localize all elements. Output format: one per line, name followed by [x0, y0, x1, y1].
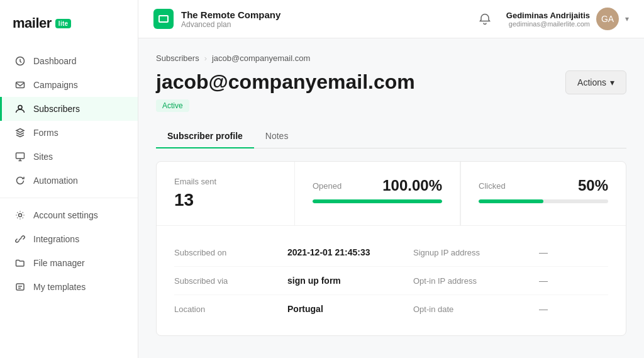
opened-value: 100.00% [382, 177, 442, 194]
logo-area: mailer lite [0, 0, 138, 44]
company-details: The Remote Company Advanced plan [181, 9, 280, 29]
user-info: Gediminas Andrijaitis gediminas@mailerli… [506, 11, 590, 28]
company-plan: Advanced plan [181, 20, 280, 29]
monitor-icon [14, 151, 26, 162]
layers-icon [14, 127, 26, 138]
actions-button[interactable]: Actions ▾ [565, 70, 626, 94]
breadcrumb-current: jacob@companyemail.com [212, 53, 310, 63]
company-icon [153, 9, 174, 29]
sidebar-item-subscribers[interactable]: Subscribers [0, 97, 138, 121]
logo[interactable]: mailer lite [13, 15, 125, 31]
sidebar-item-campaigns[interactable]: Campaigns [0, 73, 138, 97]
emails-sent-box: Emails sent 13 [157, 162, 295, 225]
opened-progress-fill [313, 199, 442, 203]
detail-rows: Subscribed on 2021-12-01 21:45:33 Signup… [157, 226, 626, 335]
page-header: jacob@companyemail.com Actions ▾ [156, 70, 626, 94]
sidebar-item-campaigns-label: Campaigns [33, 80, 78, 90]
user-icon [14, 103, 26, 115]
folder-icon [14, 257, 26, 269]
svg-rect-3 [16, 153, 25, 159]
opened-label: Opened [313, 181, 341, 191]
clicked-box: Clicked 50% [460, 162, 626, 225]
actions-label: Actions [577, 77, 606, 87]
page-title: jacob@companyemail.com [156, 70, 415, 94]
actions-chevron-icon: ▾ [610, 77, 614, 87]
gear-icon [14, 210, 26, 221]
sidebar-item-file-manager[interactable]: File manager [0, 251, 138, 275]
sidebar: mailer lite Dashboard Campaigns [0, 0, 138, 358]
chevron-down-icon: ▾ [625, 14, 629, 23]
sidebar-item-my-templates[interactable]: My templates [0, 275, 138, 299]
user-area[interactable]: Gediminas Andrijaitis gediminas@mailerli… [506, 8, 629, 30]
subscribed-on-label: Subscribed on [174, 248, 287, 257]
sidebar-item-forms[interactable]: Forms [0, 121, 138, 145]
optin-ip-value: — [539, 276, 548, 286]
profile-card: Emails sent 13 Opened 100.00% [156, 161, 626, 336]
topbar-right: Gediminas Andrijaitis gediminas@mailerli… [474, 8, 629, 30]
clicked-progress-bg [479, 199, 608, 203]
subscribed-via-value: sign up form [287, 276, 413, 286]
sidebar-item-my-templates-label: My templates [33, 282, 86, 292]
sidebar-item-automation-label: Automation [33, 176, 78, 186]
location-label: Location [174, 305, 287, 314]
sidebar-item-integrations[interactable]: Integrations [0, 227, 138, 251]
signup-ip-label: Signup IP address [413, 248, 539, 257]
nav-items: Dashboard Campaigns Subscribers [0, 44, 138, 358]
clock-icon [14, 55, 26, 67]
tabs: Subscriber profile Notes [156, 125, 626, 148]
opened-progress-bg [313, 199, 442, 203]
sidebar-item-account-settings[interactable]: Account settings [0, 203, 138, 227]
company-info: The Remote Company Advanced plan [153, 9, 280, 29]
sidebar-item-sites[interactable]: Sites [0, 145, 138, 169]
detail-row-subscribed-via: Subscribed via sign up form Opt-in IP ad… [174, 267, 608, 295]
opened-box: Opened 100.00% [295, 162, 460, 225]
sidebar-item-integrations-label: Integrations [33, 234, 79, 244]
sidebar-item-sites-label: Sites [33, 152, 53, 162]
content-area: Subscribers › jacob@companyemail.com jac… [138, 38, 644, 358]
sidebar-item-automation[interactable]: Automation [0, 169, 138, 193]
sidebar-item-dashboard[interactable]: Dashboard [0, 49, 138, 73]
stats-row: Emails sent 13 Opened 100.00% [157, 162, 626, 226]
optin-ip-label: Opt-in IP address [413, 276, 539, 286]
notifications-bell[interactable] [474, 8, 496, 30]
tab-subscriber-profile[interactable]: Subscriber profile [156, 125, 254, 148]
tab-notes[interactable]: Notes [254, 125, 300, 148]
main-area: The Remote Company Advanced plan Gedimin… [138, 0, 644, 358]
optin-date-value: — [539, 304, 548, 314]
company-icon-inner [158, 15, 169, 23]
svg-rect-1 [16, 82, 25, 88]
mail-icon [14, 79, 26, 91]
svg-point-2 [18, 106, 22, 109]
subscribed-on-value: 2021-12-01 21:45:33 [287, 247, 413, 257]
emails-sent-value: 13 [174, 190, 277, 210]
avatar: GA [596, 8, 619, 30]
subscribed-via-label: Subscribed via [174, 276, 287, 286]
nav-separator [0, 198, 138, 198]
sidebar-item-file-manager-label: File manager [33, 258, 85, 268]
user-email: gediminas@mailerlite.com [506, 20, 590, 28]
detail-row-location: Location Portugal Opt-in date — [174, 295, 608, 323]
tag-icon [14, 281, 26, 293]
breadcrumb-subscribers[interactable]: Subscribers [156, 53, 199, 63]
sidebar-item-dashboard-label: Dashboard [33, 56, 77, 66]
company-name: The Remote Company [181, 9, 280, 20]
svg-point-4 [19, 214, 22, 217]
sidebar-item-account-settings-label: Account settings [33, 210, 98, 220]
detail-row-subscribed-on: Subscribed on 2021-12-01 21:45:33 Signup… [174, 238, 608, 267]
optin-date-label: Opt-in date [413, 305, 539, 314]
breadcrumb: Subscribers › jacob@companyemail.com [156, 53, 626, 63]
logo-text: mailer [13, 15, 52, 31]
svg-rect-5 [16, 284, 24, 290]
signup-ip-value: — [539, 247, 548, 257]
clicked-progress-fill [479, 199, 543, 203]
clicked-value: 50% [578, 177, 608, 194]
refresh-icon [14, 175, 26, 186]
topbar: The Remote Company Advanced plan Gedimin… [138, 0, 644, 38]
link-icon [14, 233, 26, 245]
clicked-label: Clicked [479, 181, 506, 191]
emails-sent-label: Emails sent [174, 177, 277, 186]
sidebar-item-forms-label: Forms [33, 128, 58, 138]
breadcrumb-separator: › [204, 53, 207, 63]
logo-badge: lite [55, 19, 72, 28]
sidebar-item-subscribers-label: Subscribers [33, 104, 80, 114]
